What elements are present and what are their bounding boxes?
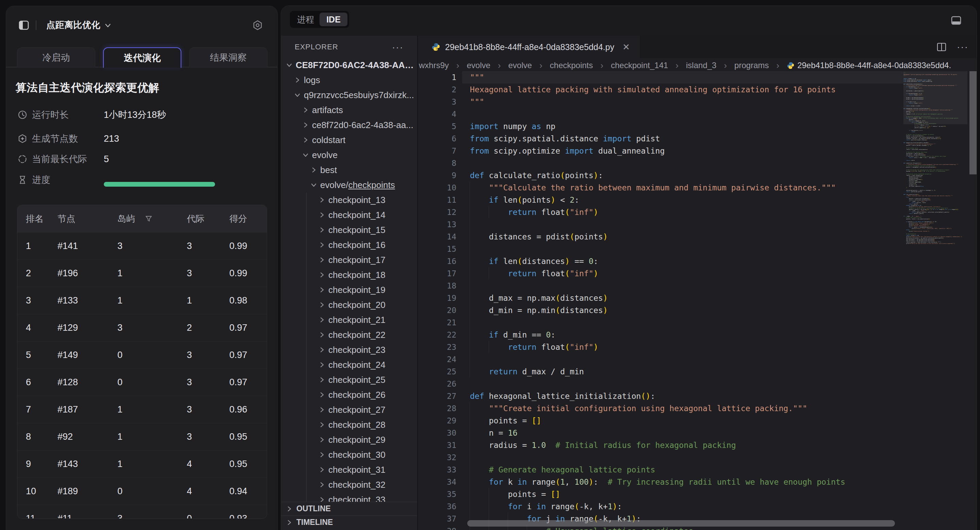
line-number: 2 bbox=[418, 83, 456, 96]
horizontal-scrollbar[interactable] bbox=[467, 520, 895, 527]
editor-tab[interactable]: 29eb41b8-8b8e-44ff-a8e4-0da8383e5dd4.py … bbox=[418, 36, 640, 58]
tree-item-checkpoint_14[interactable]: checkpoint_14 bbox=[281, 208, 417, 222]
table-row[interactable]: 8#92130.95 bbox=[18, 423, 267, 450]
editor-more-icon[interactable]: ··· bbox=[957, 42, 969, 53]
chevron-right-icon bbox=[318, 406, 326, 413]
tree-item-checkpoint_26[interactable]: checkpoint_26 bbox=[281, 387, 417, 402]
tree-item-checkpoint_17[interactable]: checkpoint_17 bbox=[281, 252, 417, 267]
tab-cold-start[interactable]: 冷启动 bbox=[17, 47, 95, 67]
table-row[interactable]: 7#187130.96 bbox=[18, 396, 267, 423]
tree-item-ce8f72d0-6ac2-4a38-aa[interactable]: ce8f72d0-6ac2-4a38-aa... bbox=[281, 118, 417, 132]
tree-item-logs[interactable]: logs bbox=[281, 73, 417, 88]
task-title-row[interactable]: 点距离比优化 bbox=[46, 19, 112, 31]
breadcrumb-item[interactable]: programs bbox=[734, 61, 769, 70]
cell-score: 0.97 bbox=[229, 377, 267, 388]
tree-item-checkpoint_33[interactable]: checkpoint_33 bbox=[281, 492, 417, 502]
tree-item-ce8f72d0-6ac2-4a38-aa41-[interactable]: CE8F72D0-6AC2-4A38-AA41-... bbox=[281, 57, 417, 73]
tree-item-checkpoint_24[interactable]: checkpoint_24 bbox=[281, 357, 417, 372]
tree-item-checkpoint_19[interactable]: checkpoint_19 bbox=[281, 283, 417, 297]
tree-item-checkpoint_20[interactable]: checkpoint_20 bbox=[281, 297, 417, 312]
breadcrumb-item[interactable]: wxhrs9y bbox=[419, 61, 449, 70]
tab-result-insight[interactable]: 结果洞察 bbox=[189, 47, 267, 67]
breadcrumb-item[interactable]: evolve bbox=[467, 61, 490, 70]
settings-target-icon[interactable] bbox=[252, 19, 263, 31]
table-row[interactable]: 3#133110.98 bbox=[18, 287, 267, 314]
breadcrumb-item[interactable]: evolve bbox=[508, 61, 532, 70]
breadcrumb-item[interactable]: checkpoint_141 bbox=[611, 61, 668, 70]
breadcrumb-item[interactable]: island_3 bbox=[686, 61, 716, 70]
tree-item-checkpoint_32[interactable]: checkpoint_32 bbox=[281, 477, 417, 492]
code-text bbox=[470, 243, 475, 255]
code-text: for k in range(1, 100): # Try increasing… bbox=[470, 476, 845, 488]
tree-item-q9rznzvcc5esbuiys7dxirzk[interactable]: q9rznzvcc5esbuiys7dxirzk... bbox=[281, 88, 417, 102]
breadcrumb-item[interactable]: checkpoints bbox=[550, 61, 593, 70]
code-line: 21 bbox=[418, 316, 904, 329]
breadcrumb-file[interactable]: 29eb41b8-8b8e-44ff-a8e4-0da8383e5dd4. bbox=[797, 61, 951, 70]
cell-generation: 3 bbox=[187, 268, 229, 279]
vertical-scrollbar[interactable] bbox=[969, 71, 977, 174]
tree-item-checkpoint_21[interactable]: checkpoint_21 bbox=[281, 312, 417, 327]
tree-item-checkpoint_30[interactable]: checkpoint_30 bbox=[281, 447, 417, 462]
close-icon[interactable]: ✕ bbox=[622, 42, 630, 53]
tree-item-checkpoint_15[interactable]: checkpoint_15 bbox=[281, 222, 417, 238]
tree-item-checkpoint_22[interactable]: checkpoint_22 bbox=[281, 327, 417, 342]
tab-iterative-evolution[interactable]: 迭代演化 bbox=[103, 47, 181, 68]
filter-icon[interactable] bbox=[145, 215, 153, 223]
cell-rank: 7 bbox=[26, 404, 57, 415]
line-number: 6 bbox=[418, 132, 456, 145]
line-number: 5 bbox=[418, 120, 456, 132]
tree-item-checkpoint_31[interactable]: checkpoint_31 bbox=[281, 462, 417, 477]
stat-runtime-label: 运行时长 bbox=[32, 109, 69, 121]
toggle-ide[interactable]: IDE bbox=[320, 13, 347, 26]
tree-item-checkpoint_28[interactable]: checkpoint_28 bbox=[281, 417, 417, 432]
table-row[interactable]: 11#11300.93 bbox=[18, 505, 267, 519]
cell-island: 1 bbox=[118, 268, 187, 279]
col-score: 得分 bbox=[229, 213, 267, 225]
toggle-process[interactable]: 进程 bbox=[292, 13, 320, 26]
tree-item-checkpoint_16[interactable]: checkpoint_16 bbox=[281, 238, 417, 252]
cell-rank: 3 bbox=[26, 295, 57, 306]
cell-node: #11 bbox=[57, 513, 118, 519]
panel-layout-icon[interactable] bbox=[950, 14, 962, 27]
minimap-slider[interactable] bbox=[904, 71, 967, 125]
tree-item-checkpoint_23[interactable]: checkpoint_23 bbox=[281, 342, 417, 357]
tree-item-best[interactable]: best bbox=[281, 163, 417, 177]
outline-section[interactable]: OUTLINE bbox=[281, 502, 417, 516]
code-line: 22 if d_min == 0: bbox=[418, 329, 904, 341]
explorer-header: EXPLORER ··· bbox=[281, 36, 417, 57]
cell-node: #128 bbox=[57, 377, 118, 388]
timeline-section[interactable]: TIMELINE bbox=[281, 516, 417, 529]
code-line: 15 bbox=[418, 243, 904, 255]
table-row[interactable]: 4#129320.97 bbox=[18, 314, 267, 341]
tree-item-checkpoint_18[interactable]: checkpoint_18 bbox=[281, 267, 417, 283]
code-line: 2Hexagonal lattice packing with simulate… bbox=[418, 83, 904, 96]
more-actions-icon[interactable]: ··· bbox=[392, 42, 404, 53]
table-row[interactable]: 2#196130.99 bbox=[18, 260, 267, 287]
tree-item-checkpoint_27[interactable]: checkpoint_27 bbox=[281, 402, 417, 417]
tree-item-evolve[interactable]: evolve bbox=[281, 147, 417, 163]
table-row[interactable]: 6#128030.97 bbox=[18, 369, 267, 396]
tree-item-checkpoint_13[interactable]: checkpoint_13 bbox=[281, 192, 417, 208]
tree-item-checkpoint_25[interactable]: checkpoint_25 bbox=[281, 372, 417, 387]
code-editor[interactable]: 1"""2Hexagonal lattice packing with simu… bbox=[418, 71, 904, 530]
table-row[interactable]: 1#141330.99 bbox=[18, 232, 267, 260]
tree-item-artifacts[interactable]: artifacts bbox=[281, 102, 417, 118]
line-number: 19 bbox=[418, 292, 456, 304]
chevron-right-icon bbox=[310, 166, 318, 174]
split-editor-icon[interactable] bbox=[937, 42, 947, 52]
tree-item-label: CE8F72D0-6AC2-4A38-AA41-... bbox=[296, 60, 417, 70]
table-row[interactable]: 9#143140.95 bbox=[18, 450, 267, 477]
table-row[interactable]: 10#189040.94 bbox=[18, 477, 267, 505]
table-row[interactable]: 5#149030.97 bbox=[18, 341, 267, 369]
clock-icon bbox=[18, 110, 27, 120]
leaderboard-table: 排名 节点 岛屿 代际 得分 1#141330.992#196130.993#1… bbox=[17, 205, 267, 519]
chevron-down-icon bbox=[302, 151, 309, 159]
tree-item-checkpoint_29[interactable]: checkpoint_29 bbox=[281, 432, 417, 447]
minimap[interactable]: """Hexagonal lattice packing with simula… bbox=[904, 73, 967, 530]
chevron-right-icon bbox=[318, 256, 326, 263]
sidebar-toggle-icon[interactable] bbox=[18, 20, 29, 31]
code-text: Hexagonal lattice packing with simulated… bbox=[470, 83, 836, 96]
tree-item-evolve[interactable]: evolve/checkpoints bbox=[281, 177, 417, 192]
editor-group: 29eb41b8-8b8e-44ff-a8e4-0da8383e5dd4.py … bbox=[417, 36, 977, 530]
tree-item-coldstart[interactable]: coldstart bbox=[281, 132, 417, 147]
